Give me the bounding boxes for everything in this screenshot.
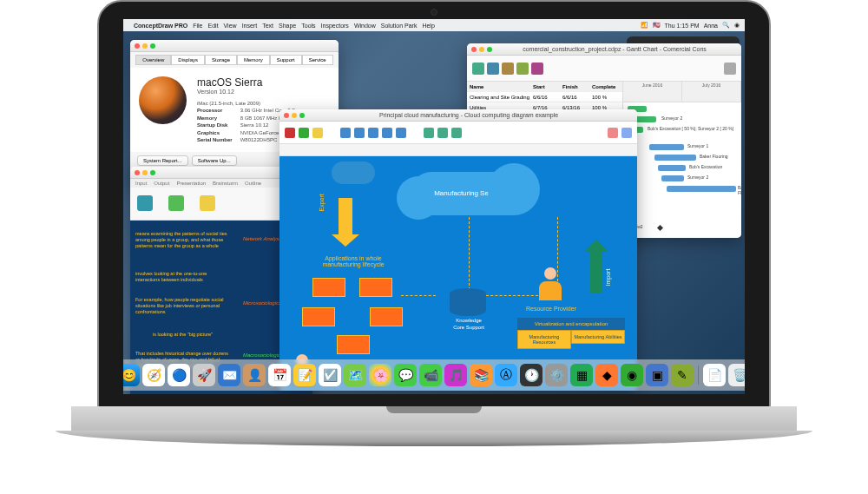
gantt-tool-settings[interactable] [724,63,736,75]
diag-tool-color[interactable] [608,128,618,138]
software-update-button[interactable]: Software Up... [192,155,237,166]
dock-mail-icon[interactable]: ✉️ [218,364,240,386]
minimize-icon[interactable] [292,113,297,118]
dock-photos-icon[interactable]: 🌸 [369,364,391,386]
menu-view[interactable]: View [224,23,237,29]
menu-tools[interactable]: Tools [301,23,315,29]
diag-tool-4[interactable] [340,128,351,138]
knowledge-db[interactable] [450,288,486,316]
diagram-window[interactable]: Principal cloud manufacturing - Cloud co… [279,109,637,391]
col-start[interactable]: Start [533,84,562,89]
dock-reminders-icon[interactable]: ☑️ [319,364,341,386]
minimize-icon[interactable] [142,43,148,49]
gantt-tool-3[interactable] [502,63,514,75]
mm-tab-presentation[interactable]: Presentation [176,181,206,186]
dock-itunes-icon[interactable]: 🎵 [444,364,467,386]
col-finish[interactable]: Finish [562,84,592,89]
col-name[interactable]: Name [467,84,533,89]
diag-tool-5[interactable] [354,128,365,138]
tab-storage[interactable]: Storage [205,55,237,65]
dock-facetime-icon[interactable]: 📹 [419,364,442,386]
dock-safari-icon[interactable]: 🧭 [142,364,165,386]
gantt-tool-2[interactable] [487,63,499,75]
mm-tab-brainstorm[interactable]: Brainstorm [213,181,238,186]
zoom-icon[interactable] [150,43,155,49]
manuf-abilities-cell[interactable]: Manufacturing Abilities [571,330,625,344]
flow-box-5[interactable] [337,335,370,354]
minimize-icon[interactable] [142,170,148,175]
resource-person-icon[interactable] [536,267,564,302]
tab-support[interactable]: Support [270,55,302,65]
gantt-bar[interactable] [658,165,686,171]
dock-cd5-icon[interactable]: ✎ [671,364,694,386]
import-arrow[interactable] [590,250,602,293]
dock-cd2-icon[interactable]: ◆ [595,364,618,386]
dock-ibooks-icon[interactable]: 📚 [470,364,492,386]
tab-memory[interactable]: Memory [237,55,270,65]
wifi-icon[interactable]: 📶 [641,22,648,29]
gantt-tool-5[interactable] [531,63,543,75]
menu-inspectors[interactable]: Inspectors [321,23,349,29]
dock-launchpad-icon[interactable]: 🚀 [193,364,215,386]
mm-tab-output[interactable]: Output [154,181,169,186]
diag-tool-6[interactable] [368,128,378,138]
gantt-tool-1[interactable] [472,63,484,75]
virt-bar[interactable]: Virtualization and encapsulation [517,318,625,330]
col-complete[interactable]: Complete [592,84,621,89]
flow-box-1[interactable] [312,278,345,297]
menu-edit[interactable]: Edit [208,23,219,29]
flow-box-2[interactable] [359,278,392,297]
mm-tool-2[interactable] [168,195,184,212]
mm-tab-outline[interactable]: Outline [245,181,261,186]
dock-calendar-icon[interactable]: 📅 [268,364,291,386]
diag-tool-1[interactable] [285,128,295,138]
menu-solution-park[interactable]: Solution Park [381,23,418,29]
tab-overview[interactable]: Overview [135,55,171,65]
menu-file[interactable]: File [193,23,202,29]
export-arrow[interactable] [339,198,352,236]
close-icon[interactable] [135,170,140,175]
dock-cd4-icon[interactable]: ▣ [646,364,668,386]
dock-maps-icon[interactable]: 🗺️ [344,364,366,386]
manufacturing-cloud[interactable]: Manufacturing Services [410,172,531,215]
table-row[interactable]: Clearing and Site Grading 6/6/16 6/6/16 … [467,92,622,102]
dock-skype-icon[interactable]: 🔵 [168,364,190,386]
diag-tool-8[interactable] [396,128,406,138]
flow-box-3[interactable] [302,307,335,326]
siri-icon[interactable]: ◉ [734,22,740,29]
system-report-button[interactable]: System Report... [137,155,188,166]
tab-displays[interactable]: Displays [171,55,205,65]
user-name[interactable]: Anna [704,23,718,29]
mm-tab-input[interactable]: Input [135,181,147,186]
gantt-bar[interactable] [661,175,684,181]
dock-finder-icon[interactable]: 😊 [123,364,140,386]
tab-service[interactable]: Service [302,55,333,65]
diag-tool-9[interactable] [424,128,434,138]
close-icon[interactable] [284,113,289,118]
mm-tool-1[interactable] [137,195,153,212]
gantt-tool-4[interactable] [516,63,529,75]
dock-appstore-icon[interactable]: Ⓐ [495,364,517,386]
cloud-icon[interactable] [332,161,375,184]
spotlight-icon[interactable]: 🔍 [722,22,730,29]
gantt-bar[interactable] [667,186,736,192]
dock-cd1-icon[interactable]: ▦ [570,364,593,386]
zoom-icon[interactable] [150,170,155,175]
diag-tool-7[interactable] [382,128,392,138]
dock-cd3-icon[interactable]: ◉ [621,364,643,386]
diag-tool-10[interactable] [437,128,448,138]
manuf-resources-cell[interactable]: Manufacturing Resources [517,330,571,349]
menu-shape[interactable]: Shape [279,23,296,29]
dock-notes-icon[interactable]: 📝 [293,364,316,386]
menu-insert[interactable]: Insert [242,23,258,29]
flow-box-4[interactable] [370,307,403,326]
dock-trash-icon[interactable]: 🗑️ [728,364,745,386]
diagram-canvas[interactable]: Manufacturing Services Export Applicatio… [279,156,637,391]
menu-window[interactable]: Window [354,23,376,29]
app-menu[interactable]: ConceptDraw PRO [134,23,187,29]
close-icon[interactable] [135,43,140,49]
menu-text[interactable]: Text [262,23,273,29]
minimize-icon[interactable] [479,47,484,52]
dock-page-icon[interactable]: 📄 [703,364,726,386]
diag-tool-11[interactable] [451,128,462,138]
